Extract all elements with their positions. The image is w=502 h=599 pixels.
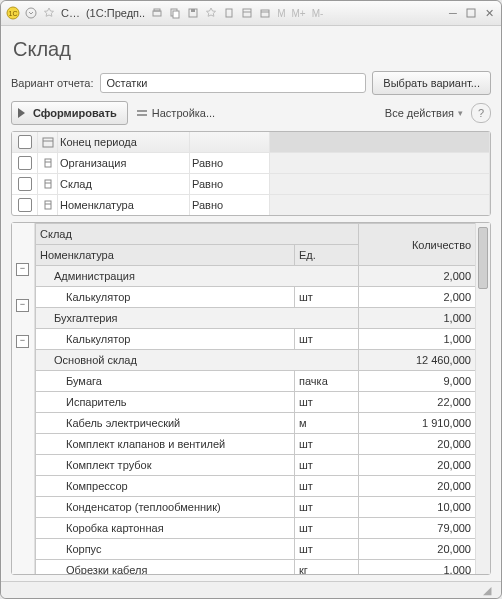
filter-condition: Равно bbox=[190, 153, 270, 173]
print-icon[interactable] bbox=[149, 5, 165, 21]
filter-value[interactable] bbox=[270, 195, 490, 215]
filter-value[interactable] bbox=[270, 153, 490, 173]
history-dropdown-icon[interactable] bbox=[23, 5, 39, 21]
filter-condition: Равно bbox=[190, 174, 270, 194]
data-row[interactable]: Кабель электрическийм1 910,000 bbox=[36, 413, 476, 434]
star-settings-icon[interactable] bbox=[203, 5, 219, 21]
all-actions-label: Все действия bbox=[385, 107, 454, 119]
save-icon[interactable] bbox=[185, 5, 201, 21]
filter-checkbox-cell[interactable] bbox=[12, 153, 38, 173]
settings-icon bbox=[136, 107, 148, 119]
svg-rect-21 bbox=[45, 180, 51, 188]
item-qty: 79,000 bbox=[358, 518, 475, 539]
data-row[interactable]: Комплект клапанов и вентилейшт20,000 bbox=[36, 434, 476, 455]
item-qty: 10,000 bbox=[358, 497, 475, 518]
form-button-label: Сформировать bbox=[33, 107, 117, 119]
item-name: Комплект трубок bbox=[36, 455, 295, 476]
variant-input[interactable]: Остатки bbox=[100, 73, 367, 93]
item-qty: 20,000 bbox=[358, 434, 475, 455]
settings-link[interactable]: Настройка... bbox=[136, 107, 215, 119]
tree-gutter: − − − bbox=[12, 223, 35, 574]
data-row[interactable]: Конденсатор (теплообменник)шт10,000 bbox=[36, 497, 476, 518]
svg-rect-6 bbox=[173, 11, 179, 18]
item-unit: шт bbox=[295, 434, 359, 455]
select-variant-label: Выбрать вариант... bbox=[383, 77, 480, 89]
checkbox[interactable] bbox=[18, 177, 32, 191]
filter-row: ОрганизацияРавно bbox=[12, 152, 490, 173]
group-name: Бухгалтерия bbox=[36, 308, 359, 329]
window-frame: 1C С… (1С:Предп.. M M+ M- ─ ✕ Склад Вари… bbox=[0, 0, 502, 599]
filter-checkbox-cell[interactable] bbox=[12, 132, 38, 152]
checkbox[interactable] bbox=[18, 156, 32, 170]
select-variant-button[interactable]: Выбрать вариант... bbox=[372, 71, 491, 95]
filter-panel: Конец периодаОрганизацияРавноСкладРавноН… bbox=[11, 131, 491, 216]
vertical-scrollbar[interactable] bbox=[475, 223, 490, 574]
item-name: Конденсатор (теплообменник) bbox=[36, 497, 295, 518]
data-row[interactable]: Компрессоршт20,000 bbox=[36, 476, 476, 497]
tree-collapse-node[interactable]: − bbox=[16, 263, 29, 276]
item-name: Корпус bbox=[36, 539, 295, 560]
item-unit: пачка bbox=[295, 371, 359, 392]
mem-mplus[interactable]: M+ bbox=[289, 8, 307, 19]
checkbox[interactable] bbox=[18, 198, 32, 212]
tree-collapse-node[interactable]: − bbox=[16, 299, 29, 312]
doc-icon[interactable] bbox=[221, 5, 237, 21]
minimize-icon[interactable]: ─ bbox=[445, 5, 461, 21]
col-nomen: Номенклатура bbox=[36, 245, 295, 266]
filter-icon-cell bbox=[38, 195, 58, 215]
filter-value[interactable] bbox=[270, 132, 490, 152]
favorite-star-icon[interactable] bbox=[41, 5, 57, 21]
report-panel: − − − СкладКоличествоНоменклатураЕд.Адми… bbox=[11, 222, 491, 575]
item-qty: 1,000 bbox=[358, 560, 475, 575]
group-row[interactable]: Бухгалтерия1,000 bbox=[36, 308, 476, 329]
data-row[interactable]: Калькуляторшт1,000 bbox=[36, 329, 476, 350]
close-icon[interactable]: ✕ bbox=[481, 5, 497, 21]
filter-checkbox-cell[interactable] bbox=[12, 174, 38, 194]
tree-collapse-node[interactable]: − bbox=[16, 335, 29, 348]
filter-condition: Равно bbox=[190, 195, 270, 215]
filter-name: Конец периода bbox=[58, 132, 190, 152]
filter-value[interactable] bbox=[270, 174, 490, 194]
svg-rect-23 bbox=[45, 201, 51, 209]
group-row[interactable]: Основной склад12 460,000 bbox=[36, 350, 476, 371]
item-name: Компрессор bbox=[36, 476, 295, 497]
filter-checkbox-cell[interactable] bbox=[12, 195, 38, 215]
resize-grip-icon[interactable]: ◢ bbox=[483, 584, 495, 596]
col-unit: Ед. bbox=[295, 245, 359, 266]
data-row[interactable]: Корпусшт20,000 bbox=[36, 539, 476, 560]
copy-icon[interactable] bbox=[167, 5, 183, 21]
checkbox[interactable] bbox=[18, 135, 32, 149]
title-short: С… bbox=[59, 7, 82, 19]
svg-rect-17 bbox=[43, 138, 53, 147]
filter-icon-cell bbox=[38, 132, 58, 152]
item-unit: м bbox=[295, 413, 359, 434]
mem-mminus[interactable]: M- bbox=[310, 8, 326, 19]
help-button[interactable]: ? bbox=[471, 103, 491, 123]
item-name: Кабель электрический bbox=[36, 413, 295, 434]
data-row[interactable]: Обрезки кабелякг1,000 bbox=[36, 560, 476, 575]
data-row[interactable]: Бумагапачка9,000 bbox=[36, 371, 476, 392]
mem-m[interactable]: M bbox=[275, 8, 287, 19]
maximize-icon[interactable] bbox=[463, 5, 479, 21]
statusbar: ◢ bbox=[1, 581, 501, 598]
variant-row: Вариант отчета: Остатки Выбрать вариант.… bbox=[11, 71, 491, 95]
item-unit: шт bbox=[295, 287, 359, 308]
calendar-icon[interactable] bbox=[257, 5, 273, 21]
scroll-thumb[interactable] bbox=[478, 227, 488, 289]
calculator-icon[interactable] bbox=[239, 5, 255, 21]
filter-condition bbox=[190, 132, 270, 152]
item-unit: шт bbox=[295, 392, 359, 413]
group-row[interactable]: Администрация2,000 bbox=[36, 266, 476, 287]
svg-rect-12 bbox=[261, 10, 269, 17]
item-name: Калькулятор bbox=[36, 287, 295, 308]
item-unit: шт bbox=[295, 455, 359, 476]
form-button[interactable]: Сформировать bbox=[11, 101, 128, 125]
all-actions-link[interactable]: Все действия▾ bbox=[385, 107, 463, 119]
group-name: Основной склад bbox=[36, 350, 359, 371]
data-row[interactable]: Комплект трубокшт20,000 bbox=[36, 455, 476, 476]
data-row[interactable]: Калькуляторшт2,000 bbox=[36, 287, 476, 308]
data-row[interactable]: Коробка картоннаяшт79,000 bbox=[36, 518, 476, 539]
data-row[interactable]: Испарительшт22,000 bbox=[36, 392, 476, 413]
item-name: Испаритель bbox=[36, 392, 295, 413]
item-name: Обрезки кабеля bbox=[36, 560, 295, 575]
